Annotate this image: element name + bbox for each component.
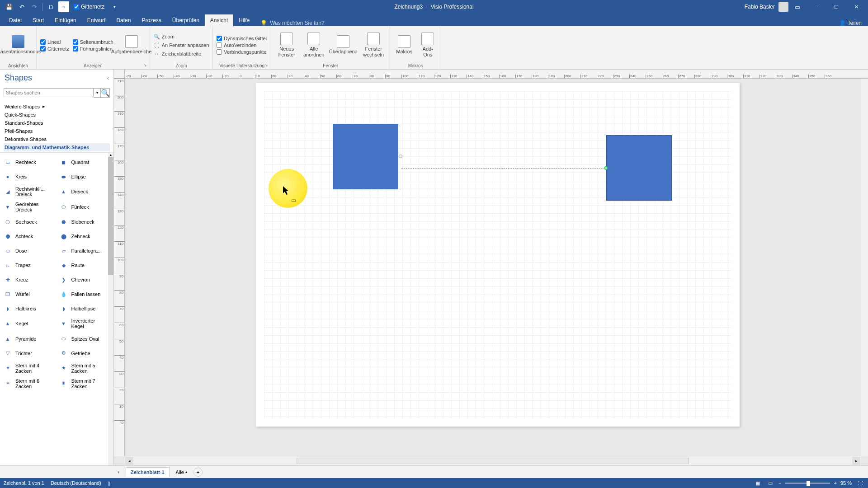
user-name[interactable]: Fabio Basler	[745, 4, 775, 10]
tab-prozess[interactable]: Prozess	[136, 14, 166, 26]
add-page-icon[interactable]: +	[193, 468, 203, 477]
view-normal-icon[interactable]: ▦	[753, 479, 762, 487]
fit-window-button[interactable]: ⛶An Fenster anpassen	[154, 42, 209, 49]
stencil-weitere[interactable]: Weitere Shapes▸	[4, 102, 110, 111]
shape-item[interactable]: ◗Halbkreis	[2, 302, 56, 315]
shape-item[interactable]: ✶Stern mit 6Zacken	[2, 376, 56, 391]
shape-item[interactable]: ●Kreis	[2, 170, 56, 183]
stencil-dekorative[interactable]: Dekorative Shapes	[4, 135, 110, 143]
fenster-wechseln-button[interactable]: Fenster wechseln	[361, 28, 386, 62]
shape-item[interactable]: ✷Stern mit 7Zacken	[58, 376, 112, 391]
fit-page-icon[interactable]: ⛶	[855, 479, 864, 487]
lineal-check[interactable]: Lineal	[40, 39, 69, 45]
dynamic-grid-check[interactable]: Dynamisches Gitter	[217, 36, 267, 41]
shape-item[interactable]: ⯃Achteck	[2, 230, 56, 243]
zoom-slider[interactable]	[785, 483, 830, 484]
connector-1[interactable]	[401, 168, 605, 169]
macro-record-icon[interactable]: ▯	[108, 480, 110, 486]
scroll-left-icon[interactable]: ◂	[125, 457, 133, 465]
zoom-in-icon[interactable]: +	[834, 480, 836, 486]
search-filter-dropdown[interactable]: ▾	[94, 88, 101, 98]
search-go-icon[interactable]: 🔍	[101, 88, 110, 98]
stencil-diagramm[interactable]: Diagramm- und Mathematik-Shapes	[4, 143, 110, 151]
shapes-search-input[interactable]	[4, 88, 94, 97]
shape-item[interactable]: ⬭Spitzes Oval	[58, 332, 112, 346]
shape-item[interactable]: ⚙Getriebe	[58, 347, 112, 360]
aufgabenbereiche-button[interactable]: Aufgabenbereiche	[117, 28, 146, 62]
tab-start[interactable]: Start	[27, 14, 49, 26]
ribbon-display-icon[interactable]: ▭	[792, 1, 803, 12]
panel-scrollbar[interactable]: ▴	[108, 153, 113, 465]
view-presentation-icon[interactable]: ▭	[766, 479, 775, 487]
save-icon[interactable]: 💾	[4, 1, 14, 12]
shape-item[interactable]: ▲Kegel	[2, 316, 56, 331]
shape-item[interactable]: 💧Fallen lassen	[58, 287, 112, 301]
shape-item[interactable]: ▽Trichter	[2, 347, 56, 360]
shape-item[interactable]: ⏢Trapez	[2, 258, 56, 272]
connector-end-handle[interactable]	[604, 166, 608, 170]
seitenumbruch-check[interactable]: Seitenumbruch	[73, 39, 113, 45]
shape-item[interactable]: ✦Stern mit 4Zacken	[2, 361, 56, 375]
alle-anordnen-button[interactable]: Alle anordnen	[302, 28, 326, 62]
shape-item[interactable]: ▭Rechteck	[2, 155, 56, 169]
new-doc-icon[interactable]: 🗋	[46, 1, 57, 12]
autoconnect-check[interactable]: AutoVerbinden	[217, 42, 267, 48]
shape-item[interactable]: ▲Dreieck	[58, 184, 112, 199]
fuehrungslinien-check[interactable]: Führungslinien	[73, 46, 113, 52]
horizontal-scrollbar[interactable]	[297, 458, 689, 464]
shape-item[interactable]: ◢Rechtwinkli...Dreieck	[2, 184, 56, 199]
shape-item[interactable]: ⬭Dose	[2, 244, 56, 258]
qat-customize-icon[interactable]: ▾	[109, 1, 120, 12]
collapse-panel-icon[interactable]: ‹	[107, 75, 109, 81]
tab-daten[interactable]: Daten	[111, 14, 136, 26]
page-width-button[interactable]: ↔Zeichenblattbreite	[154, 50, 209, 57]
gitternetz-check[interactable]: Gitternetz	[40, 46, 69, 52]
tab-ansicht[interactable]: Ansicht	[205, 14, 233, 26]
connection-points-check[interactable]: Verbindungspunkte	[217, 49, 267, 55]
user-avatar[interactable]	[778, 2, 788, 12]
shape-item[interactable]: ⬬Ellipse	[58, 170, 112, 183]
shape-rect-2[interactable]	[606, 135, 672, 201]
shape-item[interactable]: ▼InvertierterKegel	[58, 316, 112, 331]
shape-item[interactable]: ▱Parallelogra...	[58, 244, 112, 258]
undo-icon[interactable]: ↶	[16, 1, 27, 12]
shape-item[interactable]: ★Stern mit 5Zacken	[58, 361, 112, 375]
shape-item[interactable]: ⬡Sechseck	[2, 215, 56, 229]
zoom-button[interactable]: 🔍Zoom	[154, 33, 209, 40]
shape-item[interactable]: ❯Chevron	[58, 273, 112, 286]
canvas-viewport[interactable]: ▭	[125, 79, 861, 456]
praesentationsmodus-button[interactable]: Präsentationsmodus	[4, 28, 33, 62]
tellme-search[interactable]: 💡 Was möchten Sie tun?	[255, 20, 330, 26]
drawing-page[interactable]: ▭	[256, 83, 740, 427]
maximize-icon[interactable]: ☐	[826, 0, 846, 14]
tab-datei[interactable]: Datei	[4, 14, 27, 26]
stencil-standard[interactable]: Standard-Shapes	[4, 119, 110, 127]
connector-start-handle[interactable]	[399, 155, 402, 158]
visuelle-launcher[interactable]: ↘	[264, 63, 270, 68]
tab-einfuegen[interactable]: Einfügen	[49, 14, 81, 26]
shape-item[interactable]: ✚Kreuz	[2, 273, 56, 286]
status-language[interactable]: Deutsch (Deutschland)	[51, 480, 101, 486]
shape-item[interactable]: ⬠Fünfeck	[58, 200, 112, 214]
shape-item[interactable]: ◼Quadrat	[58, 155, 112, 169]
tab-ueberpruefen[interactable]: Überprüfen	[167, 14, 205, 26]
qat-gitternetz-check[interactable]: Gitternetz	[71, 4, 107, 10]
shape-item[interactable]: ⬤Zehneck	[58, 230, 112, 243]
share-button[interactable]: 👤 Teilen	[833, 20, 868, 26]
scroll-right-icon[interactable]: ▸	[852, 457, 860, 465]
addons-button[interactable]: Add- Ons	[418, 28, 437, 62]
redo-icon[interactable]: ↷	[29, 1, 40, 12]
shape-item[interactable]: ◗Halbellipse	[58, 302, 112, 315]
shape-item[interactable]: ▲Pyramide	[2, 332, 56, 346]
anzeigen-launcher[interactable]: ↘	[143, 63, 149, 68]
shape-rect-1[interactable]	[333, 124, 398, 189]
minimize-icon[interactable]: ─	[807, 0, 826, 14]
vertical-scrollbar[interactable]	[861, 79, 868, 456]
shape-item[interactable]: ▼GedrehtesDreieck	[2, 200, 56, 214]
shape-item[interactable]: ◆Raute	[58, 258, 112, 272]
close-icon[interactable]: ✕	[846, 0, 866, 14]
zoom-out-icon[interactable]: −	[778, 480, 781, 486]
doc-icon[interactable]: ▫	[58, 1, 69, 12]
ruler-vertical[interactable]: 2102001901801701601501401301201101009080…	[114, 79, 125, 456]
page-tab-1[interactable]: Zeichenblatt-1	[126, 467, 170, 477]
